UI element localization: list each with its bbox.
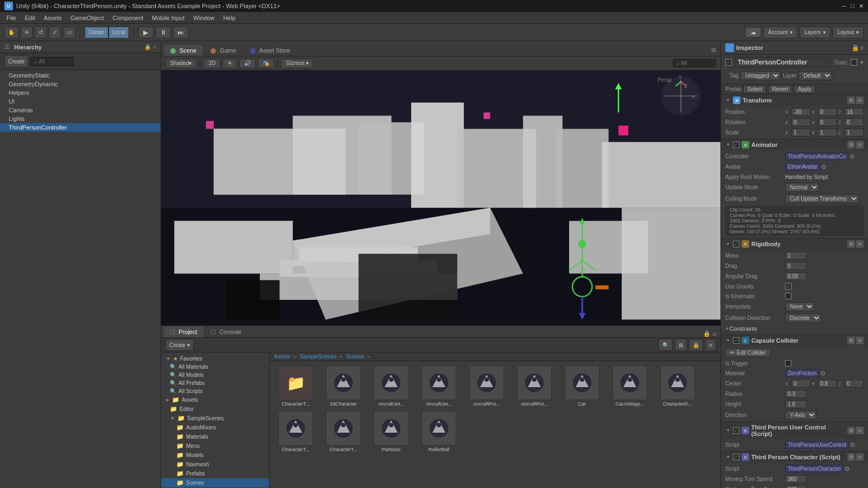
sidebar-menu[interactable]: 📁 Menu bbox=[161, 441, 269, 451]
static-dropdown-icon[interactable]: ▾ bbox=[860, 59, 864, 66]
asset-2dcharacter[interactable]: 2dCharacter bbox=[322, 365, 365, 407]
rect-tool[interactable]: ▭ bbox=[63, 27, 75, 38]
prefab-revert-btn[interactable]: Revert bbox=[768, 85, 792, 93]
asset-charactert-folder[interactable]: 📁 CharacterT... bbox=[274, 365, 317, 407]
minimize-btn[interactable]: ─ bbox=[843, 3, 847, 10]
menu-icon[interactable]: ≡ bbox=[713, 331, 716, 337]
ref-icon[interactable]: ⊙ bbox=[845, 465, 850, 472]
hierarchy-item-ui[interactable]: UI bbox=[0, 97, 161, 106]
asset-rollerball[interactable]: RollerBall bbox=[417, 411, 461, 452]
rot-x[interactable] bbox=[792, 118, 810, 126]
cloud-btn[interactable]: ☁ bbox=[745, 27, 761, 37]
asset-charactert-scene[interactable]: CharacterT... bbox=[274, 411, 317, 452]
scale-tool[interactable]: ⤢ bbox=[49, 27, 61, 38]
center-x[interactable] bbox=[792, 380, 810, 388]
scale-x[interactable] bbox=[792, 129, 810, 137]
ref-icon[interactable]: ⊙ bbox=[821, 163, 826, 170]
asset-aircraftjet2[interactable]: AircraftJet... bbox=[417, 365, 461, 407]
asset-charactert2[interactable]: CharacterT... bbox=[322, 411, 365, 452]
local-btn[interactable]: Local bbox=[108, 27, 129, 38]
shading-dropdown[interactable]: Shaded ▾ bbox=[165, 59, 196, 68]
menu-gameobject[interactable]: GameObject bbox=[66, 14, 108, 22]
rigidbody-enabled[interactable] bbox=[733, 241, 739, 247]
rot-y[interactable] bbox=[818, 118, 837, 126]
hierarchy-item-geometrydynamic[interactable]: GeometryDynamic bbox=[0, 80, 161, 88]
sidebar-models[interactable]: 📁 Models bbox=[161, 451, 269, 460]
asset-caraiwayp[interactable]: CarAIWayp... bbox=[608, 365, 652, 407]
animator-enabled[interactable] bbox=[733, 142, 739, 148]
scene-viewport[interactable]: Y X Z Persp bbox=[161, 70, 720, 325]
capsule-settings-btn[interactable]: ⚙ bbox=[847, 337, 855, 344]
lighting-btn[interactable]: ☀ bbox=[222, 59, 237, 68]
project-search-btn[interactable]: 🔍 bbox=[659, 339, 673, 351]
center-y[interactable] bbox=[818, 380, 837, 388]
gizmos-dropdown[interactable]: Gizmos ▾ bbox=[281, 59, 314, 68]
animator-header[interactable]: A Animator ⚙ ≡ bbox=[721, 139, 868, 150]
character-settings-btn[interactable]: ⚙ bbox=[847, 453, 855, 461]
hierarchy-item-geometrystatic[interactable]: GeometryStatic bbox=[0, 71, 161, 80]
mass-input[interactable] bbox=[785, 252, 807, 260]
animator-settings-btn[interactable]: ⚙ bbox=[847, 141, 855, 149]
use-gravity-checkbox[interactable] bbox=[785, 283, 792, 290]
menu-file[interactable]: File bbox=[2, 14, 21, 22]
ref-icon[interactable]: ⊙ bbox=[850, 441, 855, 448]
tab-project[interactable]: Project bbox=[163, 326, 204, 337]
sidebar-all-materials[interactable]: 🔍 All Materials bbox=[161, 363, 269, 371]
direction-select[interactable]: Y-Axis bbox=[785, 410, 816, 420]
ref-icon[interactable]: ⊙ bbox=[820, 370, 825, 377]
menu-assets[interactable]: Assets bbox=[40, 14, 66, 22]
character-header[interactable]: S Third Person Character (Script) ⚙ ≡ bbox=[721, 452, 868, 463]
asset-particles[interactable]: Particles bbox=[369, 411, 413, 452]
project-lock-btn[interactable]: 🔒 bbox=[689, 339, 703, 351]
sidebar-editor[interactable]: 📁 Editor bbox=[161, 404, 269, 414]
sidebar-all-prefabs[interactable]: 🔍 All Prefabs bbox=[161, 379, 269, 387]
prefab-apply-btn[interactable]: Apply bbox=[794, 85, 815, 93]
sidebar-scenes[interactable]: 📁 Scenes bbox=[161, 478, 269, 487]
sidebar-audiomixers[interactable]: 📁 AudioMixers bbox=[161, 423, 269, 432]
angular-drag-input[interactable] bbox=[785, 272, 807, 280]
sidebar-all-models[interactable]: 🔍 All Models bbox=[161, 371, 269, 379]
layers-dropdown[interactable]: Layers ▾ bbox=[800, 27, 831, 38]
object-name-input[interactable] bbox=[735, 57, 831, 68]
move-tool[interactable]: ✛ bbox=[21, 27, 33, 38]
rigidbody-settings-btn[interactable]: ⚙ bbox=[847, 240, 855, 248]
lock-icon[interactable]: 🔒 bbox=[852, 44, 859, 52]
stationary-turn-speed-input[interactable] bbox=[785, 485, 807, 488]
hierarchy-search[interactable] bbox=[30, 57, 74, 66]
user-control-menu-btn[interactable]: ≡ bbox=[856, 427, 864, 434]
rot-z[interactable] bbox=[845, 118, 864, 126]
collision-detection-select[interactable]: Discrete bbox=[785, 313, 821, 323]
close-btn[interactable]: ✕ bbox=[859, 3, 864, 10]
capsule-menu-btn[interactable]: ≡ bbox=[856, 337, 864, 344]
hand-tool[interactable]: ✋ bbox=[4, 27, 18, 38]
scale-y[interactable] bbox=[818, 129, 837, 137]
capsule-collider-header[interactable]: C Capsule Collider ⚙ ≡ bbox=[721, 335, 868, 346]
is-trigger-checkbox[interactable] bbox=[785, 360, 792, 367]
pos-y[interactable] bbox=[818, 108, 837, 116]
sidebar-materials[interactable]: 📁 Materials bbox=[161, 432, 269, 441]
menu-edit[interactable]: Edit bbox=[21, 14, 40, 22]
effects-btn[interactable]: 🎭 bbox=[258, 59, 274, 68]
asset-car[interactable]: Car bbox=[560, 365, 604, 407]
tab-scene[interactable]: Scene bbox=[163, 44, 203, 56]
scale-z[interactable] bbox=[845, 129, 864, 137]
rigidbody-menu-btn[interactable]: ≡ bbox=[856, 240, 864, 248]
sidebar-all-scripts[interactable]: 🔍 All Scripts bbox=[161, 387, 269, 395]
play-btn[interactable]: ▶ bbox=[138, 27, 154, 38]
scene-search[interactable] bbox=[673, 59, 716, 67]
user-control-header[interactable]: S Third Person User Control (Script) ⚙ ≡ bbox=[721, 422, 868, 439]
static-checkbox[interactable] bbox=[851, 59, 857, 66]
object-enabled-checkbox[interactable] bbox=[725, 59, 732, 66]
edit-collider-btn[interactable]: ✏ Edit Collider bbox=[725, 348, 771, 357]
project-menu-btn[interactable]: ≡ bbox=[705, 339, 716, 351]
asset-aircraftjet1[interactable]: AircraftJet... bbox=[369, 365, 413, 407]
menu-component[interactable]: Component bbox=[108, 14, 148, 22]
character-enabled[interactable] bbox=[733, 454, 739, 460]
lock-icon[interactable]: 🔒 bbox=[144, 44, 151, 50]
update-mode-select[interactable]: Normal bbox=[785, 183, 819, 192]
project-create-btn[interactable]: Create ▾ bbox=[165, 339, 194, 351]
interpolate-select[interactable]: None bbox=[785, 302, 814, 311]
2d-toggle[interactable]: 2D bbox=[203, 59, 220, 68]
user-control-enabled[interactable] bbox=[733, 427, 739, 434]
pos-z[interactable] bbox=[845, 108, 864, 116]
